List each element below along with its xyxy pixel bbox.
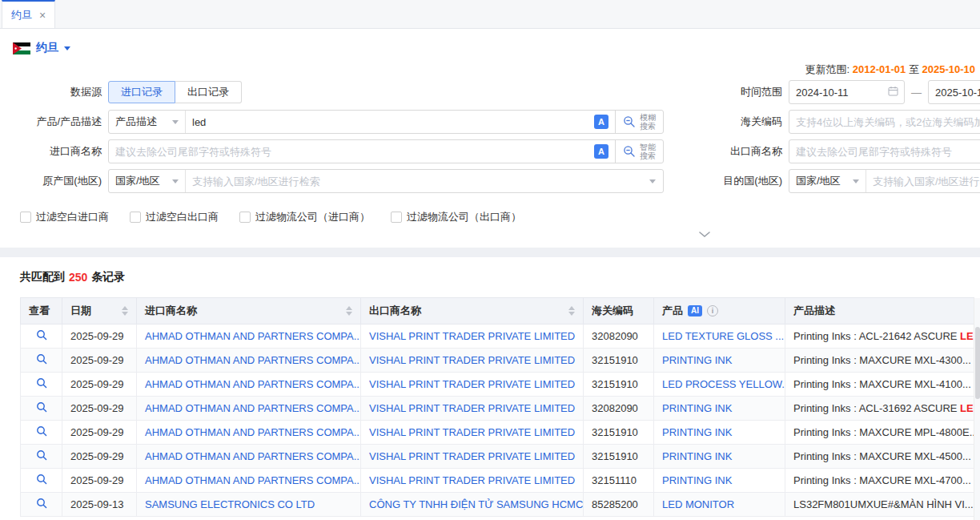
checkbox-filter-logistics-exporter[interactable]: 过滤物流公司（出口商） (391, 210, 521, 224)
info-icon[interactable]: i (707, 305, 718, 316)
table-row: 2025-09-29 AHMAD OTHMAN AND PARTNERS COM… (21, 421, 974, 445)
view-detail-icon[interactable] (36, 377, 47, 389)
exporter-link[interactable]: VISHAL PRINT TRADER PRIVATE LIMITED (369, 378, 575, 390)
checkbox-icon[interactable] (130, 212, 141, 223)
translate-icon[interactable]: A (594, 144, 608, 159)
results-section: 共匹配到 250 条记录 查看 日期 进口商名称 出口商名称 (0, 257, 980, 517)
import-records-button[interactable]: 进口记录 (108, 81, 175, 103)
product-search-input[interactable] (186, 111, 594, 132)
hs-code-field[interactable] (789, 110, 980, 134)
importer-link[interactable]: AHMAD OTHMAN AND PARTNERS COMPA... (145, 402, 361, 414)
product-link[interactable]: PRINTING INK (662, 450, 732, 462)
tab-label: 约旦 (11, 8, 32, 22)
smart-search-toggle[interactable]: 智能搜索 (615, 140, 663, 163)
chevron-down-icon (853, 179, 859, 183)
importer-link[interactable]: AHMAD OTHMAN AND PARTNERS COMPA... (145, 450, 361, 462)
form-row-datasource: 数据源 进口记录 出口记录 时间范围 — (0, 80, 980, 104)
exporter-link[interactable]: VISHAL PRINT TRADER PRIVATE LIMITED (369, 354, 575, 366)
cell-desc: Printing Inks : MAXCURE MXL-4500... (785, 445, 974, 469)
cell-date: 2025-09-29 (62, 445, 137, 469)
product-type-select[interactable]: 产品描述 (109, 111, 186, 133)
jordan-flag-icon (13, 42, 30, 54)
vertical-scrollbar[interactable] (974, 298, 980, 520)
cell-desc: Printing Inks : MAXCURE MXL-4700... (785, 469, 974, 493)
update-range-label: 更新范围: (805, 63, 850, 75)
results-title: 共匹配到 250 条记录 (20, 270, 980, 284)
view-detail-icon[interactable] (36, 329, 47, 341)
view-detail-icon[interactable] (36, 353, 47, 365)
importer-link[interactable]: AHMAD OTHMAN AND PARTNERS COMPA... (145, 426, 361, 438)
checkbox-icon[interactable] (239, 212, 251, 223)
chevron-down-icon (172, 120, 179, 124)
product-link[interactable]: LED TEXTURE GLOSS ... (662, 330, 784, 342)
date-to-field[interactable] (928, 80, 980, 104)
collapse-panel-button[interactable] (685, 228, 724, 240)
tab-bar: 约旦 × (0, 0, 980, 29)
importer-link[interactable]: SAMSUNG ELECTRONICS CO LTD (145, 498, 315, 510)
results-count: 250 (69, 271, 87, 284)
product-link[interactable]: PRINTING INK (662, 426, 732, 438)
country-row: 约旦 (0, 29, 980, 56)
origin-input[interactable] (186, 171, 649, 191)
sort-icon[interactable] (568, 306, 575, 316)
checkbox-filter-blank-exporter[interactable]: 过滤空白出口商 (130, 210, 219, 224)
smart-search-label: 智能搜索 (640, 143, 656, 160)
header-product: 产品 AI i (654, 298, 785, 324)
importer-link[interactable]: AHMAD OTHMAN AND PARTNERS COMPA... (145, 378, 361, 390)
cell-date: 2025-09-29 (62, 324, 137, 349)
product-link[interactable]: LED PROCESS YELLOW... (662, 378, 785, 390)
origin-type-value: 国家/地区 (115, 174, 160, 188)
checkbox-label: 过滤物流公司（进口商） (255, 210, 370, 224)
calendar-icon[interactable] (888, 86, 898, 99)
country-name[interactable]: 约旦 (36, 41, 58, 55)
sort-icon[interactable] (346, 306, 352, 316)
checkbox-filter-logistics-importer[interactable]: 过滤物流公司（进口商） (239, 210, 370, 224)
translate-icon[interactable]: A (594, 115, 608, 129)
importer-link[interactable]: AHMAD OTHMAN AND PARTNERS COMPA... (145, 354, 361, 366)
export-records-button[interactable]: 出口记录 (175, 81, 242, 103)
sort-icon[interactable] (122, 306, 128, 316)
exporter-link[interactable]: VISHAL PRINT TRADER PRIVATE LIMITED (369, 426, 575, 438)
date-to-input[interactable] (929, 82, 980, 103)
date-from-field[interactable] (789, 80, 905, 104)
fuzzy-search-toggle[interactable]: 模糊搜索 (615, 111, 663, 133)
importer-link[interactable]: AHMAD OTHMAN AND PARTNERS COMPA... (145, 474, 361, 486)
exporter-link[interactable]: VISHAL PRINT TRADER PRIVATE LIMITED (369, 450, 575, 462)
exporter-input[interactable] (789, 141, 980, 162)
product-search-group: 产品描述 A 模糊搜索 (108, 110, 664, 134)
close-icon[interactable]: × (39, 10, 46, 21)
checkbox-icon[interactable] (391, 212, 402, 223)
view-detail-icon[interactable] (36, 401, 47, 413)
view-detail-icon[interactable] (36, 449, 47, 461)
view-detail-icon[interactable] (36, 474, 47, 485)
checkbox-filter-blank-importer[interactable]: 过滤空白进口商 (20, 210, 109, 224)
date-from-input[interactable] (789, 82, 888, 103)
cell-date: 2025-09-29 (62, 397, 137, 421)
header-view: 查看 (21, 298, 62, 324)
exporter-link[interactable]: CÔNG TY TNHH ĐIỆN TỬ SAMSUNG HCMC... (369, 498, 584, 510)
chevron-down-icon[interactable] (649, 179, 656, 183)
exporter-link[interactable]: VISHAL PRINT TRADER PRIVATE LIMITED (369, 474, 575, 486)
view-detail-icon[interactable] (36, 425, 47, 437)
destination-label: 目的国(地区) (709, 174, 789, 188)
chevron-down-icon[interactable] (64, 46, 70, 50)
tab-jordan[interactable]: 约旦 × (2, 0, 55, 28)
product-link[interactable]: PRINTING INK (662, 474, 732, 486)
checkbox-icon[interactable] (20, 212, 31, 223)
cell-hs: 32151910 (584, 349, 654, 373)
importer-input[interactable] (109, 141, 594, 162)
exporter-field[interactable] (789, 139, 980, 163)
hs-code-input[interactable] (789, 111, 980, 132)
exporter-link[interactable]: VISHAL PRINT TRADER PRIVATE LIMITED (369, 402, 575, 414)
exporter-link[interactable]: VISHAL PRINT TRADER PRIVATE LIMITED (369, 330, 575, 342)
origin-type-select[interactable]: 国家/地区 (109, 170, 186, 192)
destination-type-select[interactable]: 国家/地区 (789, 170, 866, 192)
product-link[interactable]: PRINTING INK (662, 402, 732, 414)
view-detail-icon[interactable] (36, 498, 47, 509)
product-link[interactable]: PRINTING INK (662, 354, 732, 366)
importer-link[interactable]: AHMAD OTHMAN AND PARTNERS COMPA... (145, 330, 361, 342)
scrollbar-thumb[interactable] (975, 327, 980, 399)
product-link[interactable]: LED MONITOR (662, 498, 734, 510)
destination-input[interactable] (866, 171, 980, 191)
table-row: 2025-09-29 AHMAD OTHMAN AND PARTNERS COM… (21, 397, 974, 421)
